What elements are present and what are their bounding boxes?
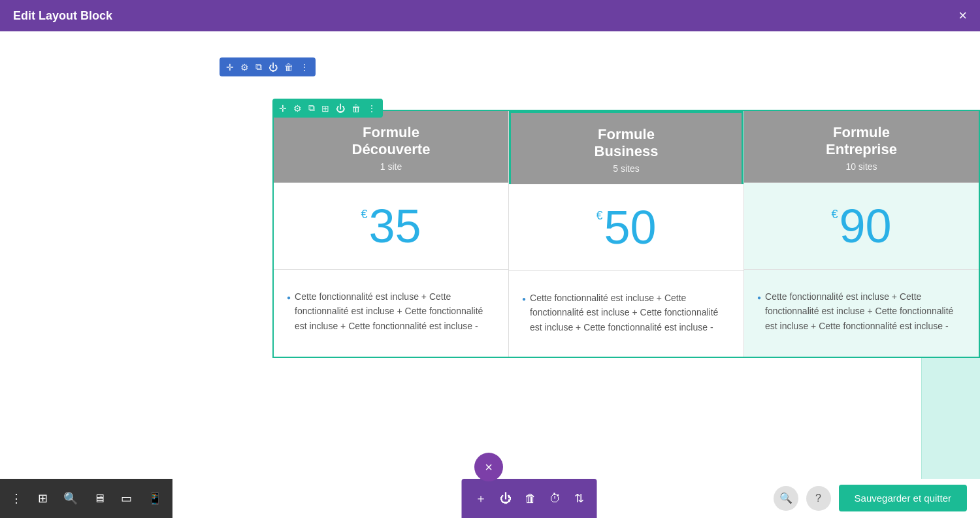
power-icon[interactable]: ⏻ — [269, 62, 278, 73]
main-area: ✛ ⚙ ⧉ ⏻ 🗑 ⋮ ✛ ⚙ ⧉ ⊞ ⏻ 🗑 ⋮ FormuleDécouve… — [0, 31, 980, 518]
bottom-toolbar-center: ＋ ⏻ 🗑 ⏱ ⇅ — [462, 479, 597, 518]
feature-item: ● Cette fonctionnalité est incluse + Cet… — [757, 289, 966, 333]
tablet-bottom-icon[interactable]: ▭ — [121, 491, 132, 506]
col-header-3: FormuleEntreprise 10 sites — [744, 111, 979, 183]
bullet-icon: ● — [287, 293, 291, 303]
more-icon[interactable]: ⋮ — [300, 62, 309, 73]
close-button[interactable]: × — [958, 7, 967, 24]
col-header-2: FormuleBusiness 5 sites — [509, 111, 743, 184]
currency-1: € — [361, 208, 367, 221]
feature-text: Cette fonctionnalité est incluse + Cette… — [295, 289, 495, 333]
col-title-2: FormuleBusiness — [517, 126, 735, 161]
more-inner-icon[interactable]: ⋮ — [367, 103, 376, 114]
price-row-2: € 50 — [509, 184, 743, 271]
add-center-icon[interactable]: ＋ — [475, 491, 487, 506]
pricing-col-3: FormuleEntreprise 10 sites € 90 ● Cette … — [744, 111, 979, 357]
move-inner-icon[interactable]: ✛ — [279, 103, 287, 114]
bottom-toolbar-left: ⋮ ⊞ 🔍 🖥 ▭ 📱 — [0, 479, 172, 518]
power-center-icon[interactable]: ⏻ — [500, 492, 512, 506]
feature-text: Cette fonctionnalité est incluse + Cette… — [530, 291, 730, 334]
save-button[interactable]: Sauvegarder et quitter — [839, 485, 967, 511]
columns-icon[interactable]: ⊞ — [321, 103, 329, 114]
feature-item: ● Cette fonctionnalité est incluse + Cet… — [287, 289, 495, 333]
settings-inner-icon[interactable]: ⚙ — [293, 103, 302, 114]
price-row-1: € 35 — [274, 183, 508, 270]
search-right-button[interactable]: 🔍 — [774, 486, 798, 511]
features-1: ● Cette fonctionnalité est incluse + Cet… — [274, 270, 508, 355]
grid-bottom-icon[interactable]: ⊞ — [38, 491, 48, 506]
mobile-bottom-icon[interactable]: 📱 — [148, 491, 162, 506]
pricing-table: FormuleDécouverte 1 site € 35 ● Cette fo… — [272, 110, 980, 358]
bullet-icon: ● — [757, 293, 761, 303]
search-bottom-icon[interactable]: 🔍 — [63, 491, 78, 506]
power-inner-icon[interactable]: ⏻ — [336, 103, 345, 114]
remove-button[interactable]: × — [474, 453, 503, 481]
arrows-center-icon[interactable]: ⇅ — [574, 491, 584, 506]
move-icon[interactable]: ✛ — [226, 62, 234, 73]
features-3: ● Cette fonctionnalité est incluse + Cet… — [744, 270, 979, 355]
col-header-1: FormuleDécouverte 1 site — [274, 111, 508, 183]
price-row-3: € 90 — [744, 183, 979, 270]
feature-text: Cette fonctionnalité est incluse + Cette… — [765, 289, 966, 333]
features-2: ● Cette fonctionnalité est incluse + Cet… — [509, 271, 743, 357]
settings-icon[interactable]: ⚙ — [240, 62, 249, 73]
col-sub-1: 1 site — [280, 161, 502, 172]
top-bar: Edit Layout Block × — [0, 0, 980, 31]
delete-icon[interactable]: 🗑 — [284, 62, 293, 73]
col-title-3: FormuleEntreprise — [751, 124, 972, 159]
currency-2: € — [596, 209, 602, 223]
timer-center-icon[interactable]: ⏱ — [549, 492, 561, 506]
feature-item: ● Cette fonctionnalité est incluse + Cet… — [522, 291, 730, 334]
col-sub-3: 10 sites — [751, 161, 972, 172]
price-amount-1: 35 — [368, 202, 421, 250]
col-sub-2: 5 sites — [517, 163, 735, 174]
delete-center-icon[interactable]: 🗑 — [525, 492, 536, 506]
pricing-col-2: FormuleBusiness 5 sites € 50 ● Cette fon… — [509, 111, 744, 357]
monitor-bottom-icon[interactable]: 🖥 — [93, 492, 105, 506]
inner-toolbar: ✛ ⚙ ⧉ ⊞ ⏻ 🗑 ⋮ — [272, 99, 383, 118]
bottom-toolbar-right: 🔍 ? Sauvegarder et quitter — [774, 485, 967, 511]
price-amount-2: 50 — [604, 204, 656, 251]
bullet-icon: ● — [522, 294, 526, 304]
delete-inner-icon[interactable]: 🗑 — [351, 103, 361, 114]
help-right-button[interactable]: ? — [806, 486, 831, 511]
outer-toolbar: ✛ ⚙ ⧉ ⏻ 🗑 ⋮ — [220, 57, 316, 76]
pricing-col-1: FormuleDécouverte 1 site € 35 ● Cette fo… — [274, 111, 509, 357]
col-title-1: FormuleDécouverte — [280, 124, 502, 159]
more-bottom-icon[interactable]: ⋮ — [10, 491, 22, 506]
duplicate-inner-icon[interactable]: ⧉ — [308, 103, 315, 114]
price-amount-3: 90 — [839, 202, 891, 250]
dialog-title: Edit Layout Block — [13, 9, 112, 23]
duplicate-icon[interactable]: ⧉ — [255, 61, 262, 73]
currency-3: € — [831, 208, 838, 221]
